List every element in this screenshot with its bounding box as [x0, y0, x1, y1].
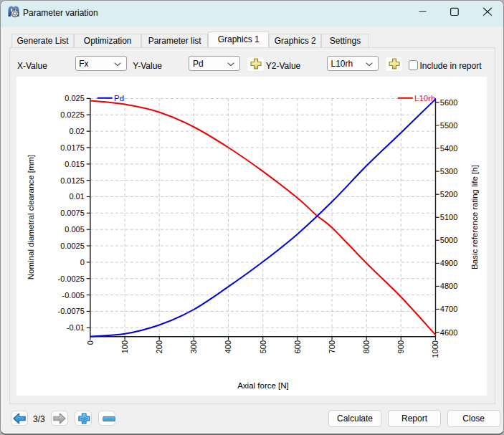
svg-text:0.02: 0.02: [69, 127, 84, 135]
svg-text:0.0025: 0.0025: [60, 242, 85, 250]
svg-text:5500: 5500: [440, 121, 457, 130]
svg-text:4900: 4900: [440, 259, 457, 267]
svg-text:0.0175: 0.0175: [60, 143, 85, 152]
svg-text:0.0125: 0.0125: [60, 176, 85, 185]
svg-text:700: 700: [328, 340, 336, 353]
svg-text:4600: 4600: [440, 328, 457, 337]
svg-text:4700: 4700: [440, 305, 457, 313]
svg-text:800: 800: [362, 340, 371, 353]
svg-text:0.01: 0.01: [69, 192, 84, 201]
svg-text:200: 200: [155, 340, 163, 353]
svg-text:500: 500: [259, 340, 267, 353]
svg-text:0.0075: 0.0075: [60, 209, 85, 217]
svg-text:5300: 5300: [440, 167, 457, 176]
svg-text:4800: 4800: [440, 282, 457, 290]
svg-text:900: 900: [396, 340, 405, 353]
svg-text:Axial force [N]: Axial force [N]: [237, 381, 289, 390]
svg-text:0: 0: [86, 340, 95, 345]
svg-text:5000: 5000: [440, 236, 457, 244]
svg-text:Nominal diametral clearance [m: Nominal diametral clearance [mm]: [27, 155, 35, 279]
svg-text:0.025: 0.025: [65, 94, 85, 102]
svg-text:5200: 5200: [440, 190, 457, 199]
svg-text:0: 0: [80, 258, 85, 267]
svg-text:1000: 1000: [431, 340, 439, 358]
svg-text:0.0225: 0.0225: [60, 110, 85, 119]
svg-text:Pd: Pd: [114, 94, 124, 102]
svg-text:300: 300: [189, 340, 198, 353]
svg-text:0.015: 0.015: [65, 160, 85, 168]
svg-text:0.005: 0.005: [65, 225, 85, 234]
svg-text:-0.005: -0.005: [62, 291, 85, 300]
svg-text:100: 100: [120, 340, 129, 353]
svg-text:600: 600: [293, 340, 302, 353]
svg-text:5100: 5100: [440, 213, 457, 221]
svg-text:-0.01: -0.01: [67, 323, 85, 332]
svg-text:-0.0025: -0.0025: [57, 274, 84, 283]
svg-text:5400: 5400: [440, 144, 457, 153]
svg-text:400: 400: [224, 340, 232, 353]
svg-text:-0.0075: -0.0075: [57, 307, 84, 315]
svg-text:5600: 5600: [440, 98, 457, 107]
svg-text:Basic reference rating life [h: Basic reference rating life [h]: [470, 165, 479, 269]
